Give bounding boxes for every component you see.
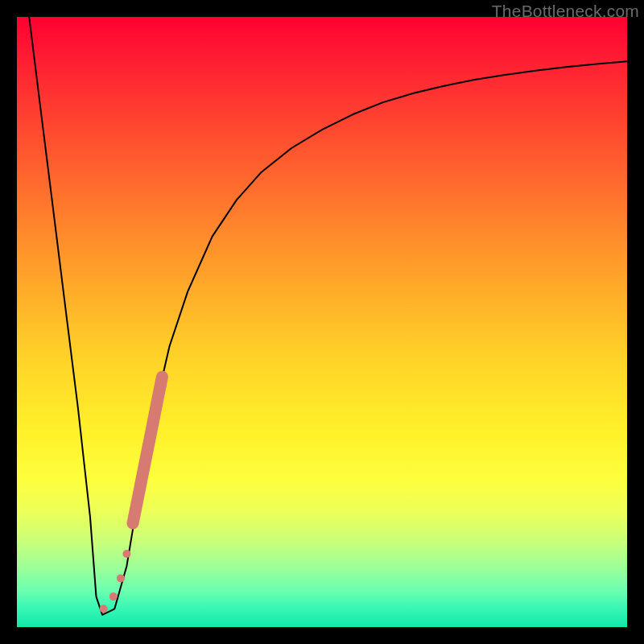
bottleneck-curve [29,17,627,615]
data-marker [109,592,118,601]
data-marker-cluster [133,377,162,523]
data-marker [100,605,108,613]
plot-area [17,17,627,627]
chart-frame: TheBottleneck.com [0,0,644,644]
curve-layer [17,17,627,627]
data-marker [117,574,125,582]
data-marker [122,550,130,558]
watermark-text: TheBottleneck.com [492,2,639,21]
